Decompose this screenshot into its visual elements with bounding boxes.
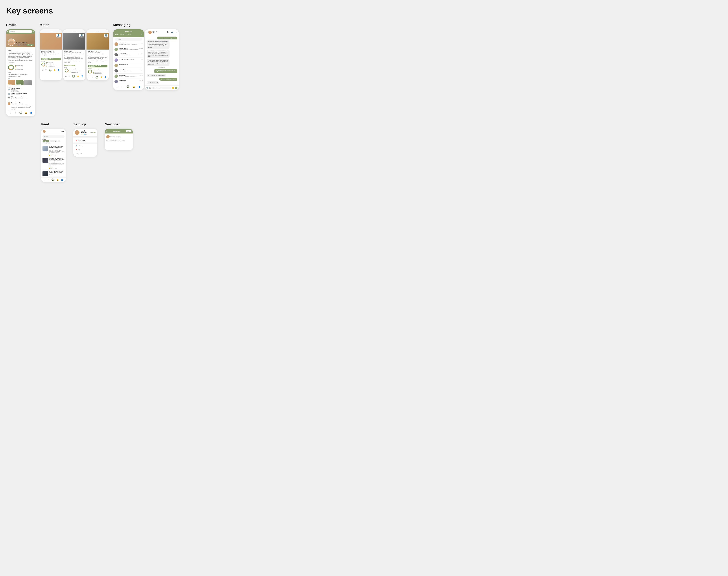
msg-item-2[interactable]: Amanda Sawyer 9:09 AM Hey, it's an area …: [115, 47, 143, 52]
more-icon[interactable]: •••: [175, 31, 177, 33]
nav-grid[interactable]: ⊞: [42, 69, 43, 71]
msg-name-4: Jeremy Ruckert, Andrew Lee: [119, 58, 134, 60]
nav-grid[interactable]: ⊞: [117, 86, 118, 88]
post-button[interactable]: Post: [126, 130, 131, 132]
match-bottom-nav-1: ⊞ ♡ 💬 🔔 👤: [41, 68, 61, 73]
close-button[interactable]: ✕: [106, 130, 108, 132]
nav-bell[interactable]: 🔔: [57, 179, 59, 181]
msg-item-5[interactable]: George Edwards: [115, 63, 143, 68]
video-thumb-background[interactable]: Background: [16, 80, 24, 85]
back-arrow-icon[interactable]: ‹: [147, 31, 147, 33]
tab-recent[interactable]: Recent: [115, 33, 119, 36]
newpost-textarea[interactable]: Hey Brenda, what's on your mind?: [106, 140, 131, 149]
match-role-badge-2: 👤 MENTOR: [79, 34, 84, 37]
match-body-2: Allison Smith ★4.4 Senior Software Engin…: [63, 50, 85, 79]
feed-post-1[interactable]: Are you looking to boost your career per…: [41, 145, 66, 157]
logout-item[interactable]: ↩ Log Out: [73, 152, 97, 156]
skill-tag[interactable]: Data Visualization: [18, 74, 28, 75]
feed-post-2[interactable]: Recent data has surprised the physicists…: [41, 157, 66, 170]
settings-item[interactable]: ⚙️ Settings: [73, 144, 97, 148]
tag-ai[interactable]: AI: [58, 140, 61, 142]
video-thumb-interests[interactable]: Interests: [8, 80, 15, 85]
nav-chat-active[interactable]: 💬: [49, 69, 52, 71]
feed-section: Feed Feed 🔍 Search Explore Suggested Tec…: [41, 122, 66, 182]
nav-person[interactable]: 👤: [58, 69, 60, 71]
nav-chat-active[interactable]: 💬: [95, 76, 98, 79]
search-bar[interactable]: 🔍 Search: [9, 30, 32, 33]
menu-icon[interactable]: ≡: [33, 31, 34, 32]
mentor-icon: 👤: [81, 34, 83, 36]
nav-chat-active[interactable]: 💬: [52, 178, 54, 181]
msg-item-1[interactable]: Elizabeth Gualitiero 12:00 AM Best! I ca…: [115, 41, 143, 47]
back-icon[interactable]: ‹: [7, 30, 8, 33]
message-input[interactable]: Type a message...: [152, 87, 171, 89]
msg-item-3[interactable]: Allison Smith Yesterday Chat for a quick…: [115, 52, 143, 57]
nav-person[interactable]: 👤: [81, 75, 83, 77]
nav-grid-icon[interactable]: ⊞: [9, 112, 11, 114]
emoji-icon[interactable]: 😊: [172, 87, 174, 89]
nav-chat-active[interactable]: 💬: [126, 85, 129, 88]
attachment-icon[interactable]: 📎: [146, 87, 149, 89]
saved-posts-item[interactable]: 🔖 Saved Posts: [73, 139, 97, 143]
tag-technology[interactable]: Technology: [50, 140, 57, 142]
message-button[interactable]: Message: [27, 44, 34, 46]
nav-heart[interactable]: ♡: [122, 86, 123, 88]
exp-title: University of Pennsylvania: [11, 96, 34, 97]
nav-heart[interactable]: ♡: [48, 179, 49, 181]
feed-post-body-2: Data count indicate contamination -- or …: [49, 163, 64, 166]
msg-item-4[interactable]: Jeremy Ruckert, Andrew Lee Sun: [115, 57, 143, 63]
match-body-3: Kyla Travis ★4.6 Full Stack Developer at…: [87, 50, 109, 80]
conversation-header: ‹ Kyla Tran Online 📞 📹 •••: [145, 29, 179, 35]
help-item[interactable]: ❓ Help: [73, 148, 97, 152]
nav-grid[interactable]: ⊞: [65, 75, 67, 77]
like-action[interactable]: ♡ 9: [11, 109, 13, 110]
nav-heart[interactable]: ♡: [92, 76, 94, 78]
feed-post-3[interactable]: Big Cities, Big Jobs: The Truth About th…: [41, 170, 66, 177]
send-button[interactable]: ›: [175, 87, 178, 89]
skill-tag[interactable]: SAP Implementation: [8, 74, 18, 75]
page-title: Key screens: [6, 6, 722, 15]
feed-post-img-2: [42, 157, 48, 163]
skill-tag[interactable]: SQO: [17, 76, 21, 77]
comment-action[interactable]: 💬 1: [13, 109, 16, 110]
nav-bell[interactable]: 🔔: [77, 75, 79, 77]
nav-bell[interactable]: 🔔: [133, 86, 135, 88]
tag-suggested[interactable]: Suggested: [42, 140, 49, 142]
feed-search-bar[interactable]: 🔍 Search: [42, 135, 64, 138]
nav-heart-icon[interactable]: ♡: [14, 112, 17, 114]
msg-item-8[interactable]: Ella Reinhart May 23: [115, 79, 143, 84]
phone-icon[interactable]: 📞: [167, 31, 169, 33]
settings-section: Settings Brenda Hollsmith ★4.7 👥 117 Vie…: [73, 122, 97, 182]
messages-search-bar[interactable]: 🔍 Search: [115, 38, 143, 40]
view-profile-button[interactable]: View Profile: [90, 132, 95, 133]
nav-bell[interactable]: 🔔: [54, 69, 56, 71]
matched-on-label-3: MATCHED ON: [88, 63, 108, 64]
msg-item-6[interactable]: Andrew Lee May 24 I'll do that for a hit…: [115, 68, 143, 74]
exp-date: Alpha Kappa Phi, Engineers Without Borde…: [11, 98, 34, 99]
msg-item-7[interactable]: Anna Sawyer May 24 I'm getting to, yes, …: [115, 74, 143, 79]
tag-data-analysis[interactable]: Data Analysis: [42, 142, 51, 144]
nav-person[interactable]: 👤: [139, 86, 141, 88]
tab-starred[interactable]: Starred: [120, 33, 124, 36]
nav-grid[interactable]: ⊞: [89, 76, 90, 78]
nav-bell-icon[interactable]: 🔔: [25, 112, 27, 114]
msg-avatar-ella: [115, 80, 118, 83]
nav-person-icon[interactable]: 👤: [30, 112, 32, 114]
nav-heart[interactable]: ♡: [69, 75, 70, 77]
nav-chat-icon[interactable]: 💬: [20, 112, 22, 114]
image-icon[interactable]: 🖼: [149, 87, 151, 89]
add-conversation-icon[interactable]: +: [141, 33, 142, 36]
bookmark-icon: 🔖: [75, 140, 77, 141]
tab-requests[interactable]: Requests: [126, 33, 131, 36]
nav-person[interactable]: 👤: [61, 179, 63, 181]
skill-tag[interactable]: Machine Learning: [8, 76, 17, 77]
msg-avatar-jeremy: [115, 58, 118, 62]
nav-grid[interactable]: ⊞: [44, 179, 46, 181]
nav-heart[interactable]: ♡: [45, 69, 47, 71]
video-thumb-3[interactable]: [24, 80, 32, 85]
nav-chat-active[interactable]: 💬: [72, 75, 75, 78]
video-icon[interactable]: 📹: [171, 31, 173, 33]
nav-bell[interactable]: 🔔: [100, 76, 102, 78]
conv-user-name: Kyla Tran: [153, 31, 166, 33]
nav-person[interactable]: 👤: [104, 76, 107, 78]
